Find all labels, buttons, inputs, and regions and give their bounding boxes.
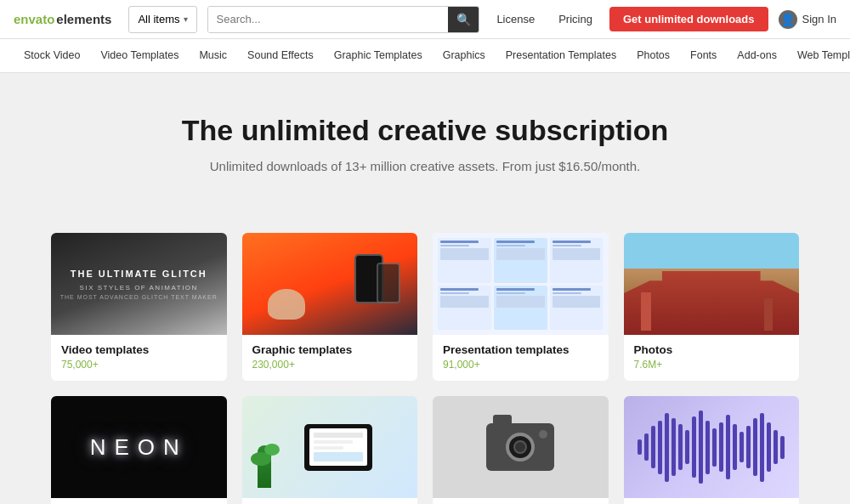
- search-icon: 🔍: [456, 13, 471, 26]
- category-navigation: Stock VideoVideo TemplatesMusicSound Eff…: [0, 39, 850, 73]
- search-bar: 🔍: [207, 6, 480, 33]
- card-wordpress-themes[interactable]: WordPress themes1,000+: [242, 396, 418, 504]
- card-thumb-photos: [624, 233, 800, 335]
- person-icon: 👤: [780, 13, 795, 26]
- card-photos[interactable]: Photos7.6M+: [624, 233, 800, 381]
- card-sound-effects[interactable]: Sound effects90,000+: [624, 396, 800, 504]
- license-link[interactable]: License: [490, 13, 541, 25]
- search-input[interactable]: [208, 7, 449, 32]
- logo-envato: envato: [14, 12, 54, 26]
- cat-link-add-ons[interactable]: Add-ons: [727, 39, 787, 73]
- logo[interactable]: envatoelements: [14, 12, 111, 26]
- hero-section: The unlimited creative subscription Unli…: [0, 73, 850, 207]
- cat-link-presentation-templates[interactable]: Presentation Templates: [496, 39, 626, 73]
- card-title: Video templates: [61, 343, 217, 356]
- card-thumb-presentation-templates: [433, 233, 609, 335]
- cat-link-graphic-templates[interactable]: Graphic Templates: [324, 39, 433, 73]
- sign-in-wrap[interactable]: 👤 Sign In: [779, 10, 836, 29]
- card-count: 91,000+: [443, 359, 598, 371]
- card-thumb-wordpress-themes: [242, 396, 418, 498]
- card-thumb-graphic-templates: [242, 233, 418, 335]
- cat-link-photos[interactable]: Photos: [626, 39, 680, 73]
- card-thumb-sound-effects: [624, 396, 800, 498]
- cards-grid-row2: NEONMusic150,000+ WordPress themes1,000+: [51, 396, 799, 504]
- card-video-templates[interactable]: THE ULTIMATE GLITCH SIX STYLES OF ANIMAT…: [51, 233, 227, 381]
- sign-in-label: Sign In: [802, 13, 836, 25]
- cat-link-graphics[interactable]: Graphics: [433, 39, 496, 73]
- card-thumb-stock-video: [433, 396, 609, 498]
- cards-grid-row1: THE ULTIMATE GLITCH SIX STYLES OF ANIMAT…: [51, 233, 799, 381]
- top-navigation: envatoelements All items ▾ 🔍 License Pri…: [0, 0, 850, 39]
- cat-link-sound-effects[interactable]: Sound Effects: [237, 39, 324, 73]
- cat-link-music[interactable]: Music: [189, 39, 237, 73]
- card-count: 7.6M+: [634, 359, 790, 371]
- all-items-dropdown[interactable]: All items ▾: [128, 6, 196, 33]
- card-title: Graphic templates: [252, 343, 408, 356]
- card-thumb-video-templates: THE ULTIMATE GLITCH SIX STYLES OF ANIMAT…: [51, 233, 227, 335]
- card-thumb-music: NEON: [51, 396, 227, 498]
- card-graphic-templates[interactable]: Graphic templates230,000+: [242, 233, 418, 381]
- chevron-down-icon: ▾: [184, 14, 188, 24]
- card-count: 75,000+: [61, 359, 217, 371]
- card-count: 230,000+: [252, 359, 408, 371]
- card-title: Photos: [634, 343, 790, 356]
- card-stock-video[interactable]: Stock footage2.6M+: [433, 396, 609, 504]
- cat-link-video-templates[interactable]: Video Templates: [90, 39, 189, 73]
- hero-subtitle: Unlimited downloads of 13+ million creat…: [17, 159, 833, 173]
- card-music[interactable]: NEONMusic150,000+: [51, 396, 227, 504]
- get-unlimited-button[interactable]: Get unlimited downloads: [609, 7, 768, 31]
- search-button[interactable]: 🔍: [448, 7, 479, 32]
- logo-elements: elements: [56, 12, 111, 26]
- cat-link-fonts[interactable]: Fonts: [680, 39, 727, 73]
- cards-section: THE ULTIMATE GLITCH SIX STYLES OF ANIMAT…: [0, 207, 850, 504]
- all-items-label: All items: [138, 13, 179, 25]
- card-presentation-templates[interactable]: Presentation templates91,000+: [433, 233, 609, 381]
- account-icon: 👤: [779, 10, 797, 29]
- cat-link-stock-video[interactable]: Stock Video: [14, 39, 90, 73]
- cat-link-web-templates[interactable]: Web Templates: [787, 39, 850, 73]
- pricing-link[interactable]: Pricing: [552, 13, 599, 25]
- card-title: Presentation templates: [443, 343, 598, 356]
- hero-title: The unlimited creative subscription: [17, 114, 833, 147]
